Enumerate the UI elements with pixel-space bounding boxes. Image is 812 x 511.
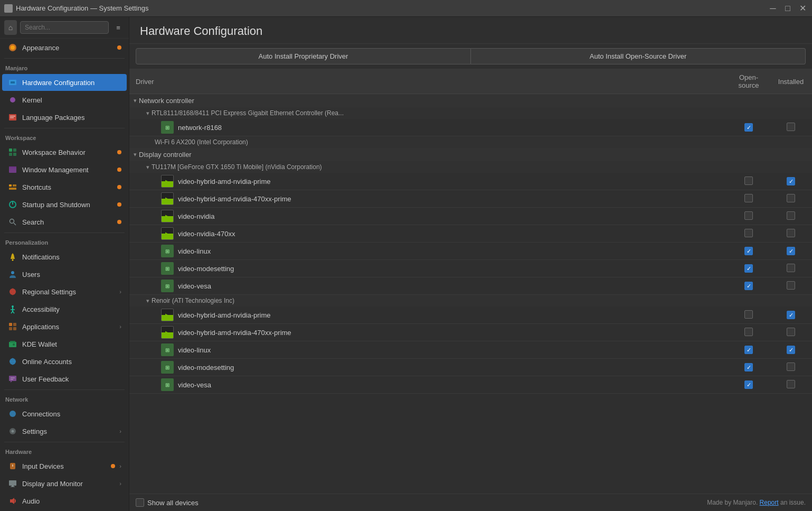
installed-cell [770,190,812,208]
startup-badge [117,202,121,207]
report-link[interactable]: Report [760,499,779,506]
installed-cell [770,359,812,376]
installed-checkbox[interactable] [787,123,795,131]
sidebar-item-startup-and-shutdown[interactable]: Startup and Shutdown [2,196,127,213]
sidebar-item-search[interactable]: Search [2,213,127,230]
open-source-checkbox[interactable] [744,247,753,255]
sidebar-item-label-settings: Settings [22,428,115,435]
expand-arrow[interactable]: ▾ [146,298,149,304]
table-row[interactable]: video-hybrid-amd-nvidia-470xx-prime [129,324,812,341]
sidebar-item-label-lang: Language Packages [22,114,121,122]
access-icon [7,304,18,314]
titlebar-left: Hardware Configuration — System Settings [4,4,148,13]
sidebar-item-user-feedback[interactable]: User Feedback [2,370,127,387]
driver-name-cell: ⊞video-modesetting [129,260,728,277]
window-icon [7,164,18,175]
sidebar-item-hardware-configuration[interactable]: Hardware Configuration [2,74,127,91]
home-button[interactable]: ⌂ [4,20,17,35]
installed-checkbox[interactable] [787,194,795,202]
sidebar-item-input-devices[interactable]: Input Devices › [2,458,127,475]
sidebar-item-accessibility[interactable]: Accessibility [2,301,127,318]
open-source-checkbox[interactable] [744,229,753,237]
sidebar-item-connections[interactable]: Connections [2,405,127,422]
installed-checkbox[interactable] [787,311,795,319]
open-source-checkbox[interactable] [744,176,753,185]
open-source-checkbox[interactable] [744,194,753,202]
sidebar-item-display-and-monitor[interactable]: Display and Monitor › [2,475,127,492]
sidebar-item-label-shortcuts: Shortcuts [22,183,113,191]
sidebar-item-label-online: Online Accounts [22,358,121,366]
installed-checkbox[interactable] [787,229,795,237]
close-button[interactable]: ✕ [797,3,808,13]
sidebar-scroll[interactable]: Appearance Manjaro Hardware Configuratio… [0,39,129,511]
installed-checkbox[interactable] [787,281,795,290]
sidebar-item-appearance[interactable]: Appearance [2,39,127,56]
installed-checkbox[interactable] [787,346,795,354]
open-source-checkbox[interactable] [744,264,753,273]
open-source-checkbox[interactable] [744,282,753,290]
open-source-checkbox[interactable] [744,310,753,319]
input-arrow: › [119,463,121,469]
open-source-checkbox[interactable] [744,211,753,220]
sidebar-item-kernel[interactable]: Kernel [2,91,127,108]
section-personalization: Personalization [0,235,129,248]
sidebar-item-users[interactable]: Users [2,266,127,283]
driver-name: video-vesa [178,282,211,290]
table-row[interactable]: ⊞network-r8168 [129,119,812,136]
open-source-checkbox[interactable] [744,363,753,371]
installed-checkbox[interactable] [787,264,795,272]
maximize-button[interactable]: □ [782,4,793,13]
driver-area[interactable]: Driver Open-source Installed ▾Network co… [129,69,812,494]
table-row[interactable]: video-nvidia-470xx [129,225,812,243]
installed-cell [770,324,812,341]
connections-icon [7,408,18,419]
svg-rect-51 [9,480,16,486]
expand-arrow[interactable]: ▾ [146,110,149,117]
sidebar-item-online-accounts[interactable]: Online Accounts [2,353,127,370]
installed-checkbox[interactable] [787,363,795,371]
svg-marker-54 [10,498,14,504]
table-row[interactable]: ⊞video-vesa [129,376,812,394]
sidebar-item-window-management[interactable]: Window Management [2,161,127,178]
table-row[interactable]: ⊞video-vesa [129,277,812,295]
installed-checkbox[interactable] [787,177,795,185]
svg-rect-11 [9,153,12,156]
open-source-checkbox[interactable] [744,346,753,354]
sidebar-item-kde-wallet[interactable]: KDE Wallet [2,336,127,352]
sidebar-item-language-packages[interactable]: Language Packages [2,109,127,126]
installed-checkbox[interactable] [787,380,795,388]
table-row[interactable]: ⊞video-modesetting [129,359,812,376]
minimize-button[interactable]: ─ [768,4,778,13]
sidebar-item-shortcuts[interactable]: Shortcuts [2,179,127,196]
expand-arrow[interactable]: ▾ [134,97,137,104]
auto-install-proprietary-button[interactable]: Auto Install Proprietary Driver [136,48,471,64]
menu-button[interactable]: ≡ [112,20,125,35]
table-row[interactable]: ⊞video-linux [129,243,812,260]
open-source-checkbox[interactable] [744,328,753,336]
installed-checkbox[interactable] [787,247,795,255]
table-row[interactable]: ⊞video-modesetting [129,260,812,277]
auto-install-opensource-button[interactable]: Auto Install Open-Source Driver [471,48,806,64]
search-input[interactable] [20,21,109,34]
table-row[interactable]: ⊞video-linux [129,341,812,359]
expand-arrow[interactable]: ▾ [146,164,149,171]
sidebar-item-audio[interactable]: Audio [2,493,127,509]
installed-checkbox[interactable] [787,211,795,220]
driver-name-cell: video-nvidia-470xx [129,225,728,243]
open-source-checkbox[interactable] [744,123,753,132]
sidebar-item-applications[interactable]: Applications › [2,318,127,335]
sidebar-item-notifications[interactable]: Notifications [2,248,127,265]
sidebar-item-label-startup: Startup and Shutdown [22,201,113,209]
installed-checkbox[interactable] [787,328,795,336]
sidebar-item-regional-settings[interactable]: Regional Settings › [2,283,127,300]
sidebar-item-workspace-behavior[interactable]: Workspace Behavior [2,144,127,161]
sidebar-item-settings[interactable]: Settings › [2,423,127,440]
expand-arrow[interactable]: ▾ [134,151,137,158]
table-row[interactable]: video-hybrid-amd-nvidia-470xx-prime [129,190,812,208]
table-row[interactable]: video-hybrid-amd-nvidia-prime [129,173,812,190]
table-row[interactable]: video-hybrid-amd-nvidia-prime [129,306,812,324]
device-label: Wi-Fi 6 AX200 (Intel Corporation) [155,138,248,146]
open-source-checkbox[interactable] [744,380,753,389]
show-all-devices-checkbox[interactable] [136,498,144,507]
table-row[interactable]: video-nvidia [129,208,812,225]
